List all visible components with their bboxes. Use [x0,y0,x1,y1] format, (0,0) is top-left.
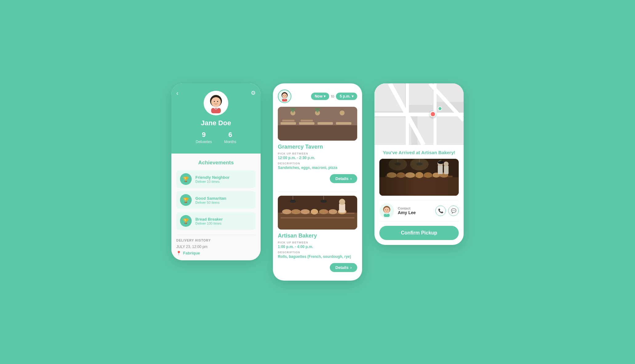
svg-rect-12 [281,122,296,125]
bakery-name: Artisan Bakery [278,233,357,239]
months-stat: 6 Months [224,131,236,144]
deliveries-count: 9 [196,131,212,139]
trophy-icon-3: 🏆 [180,215,192,227]
bakery-img-overlay [379,159,459,196]
svg-rect-44 [417,114,464,145]
profile-bottom: Achievements 🏆 Friendly Neighbor Deliver… [171,154,261,260]
restaurant-list-screen: Now ▾ to 5 p.m. ▾ [273,83,362,281]
delivery-location: 📍 Fabrique [176,251,256,255]
time-selector: Now ▾ to 5 p.m. ▾ [294,93,357,100]
svg-point-9 [285,95,286,96]
svg-rect-46 [406,83,409,145]
svg-point-74 [387,210,388,210]
contact-info: Contact Amy Lee [398,206,432,215]
svg-point-27 [301,209,310,214]
svg-rect-17 [301,120,313,122]
svg-point-37 [321,200,327,203]
time-now-pill[interactable]: Now ▾ [311,93,329,100]
stats-row: 9 Deliveries 6 Months [178,131,254,144]
achievement-desc-3: Deliver 100 times [195,222,223,225]
svg-rect-11 [278,125,357,141]
user-avatar-small [278,90,291,103]
location-pin-icon: 📍 [176,251,181,255]
svg-rect-45 [374,113,464,116]
achievement-desc-2: Deliver 50 items [195,201,226,204]
svg-point-1 [211,97,221,107]
delivery-history: DELIVERY HISTORY JULY 23, 12:00 pm 📍 Fab… [176,235,256,255]
svg-rect-22 [278,213,357,230]
gramercy-name: Gramercy Tavern [278,144,357,150]
svg-point-29 [319,209,328,214]
svg-point-26 [291,209,301,214]
settings-button[interactable]: ⚙ [251,90,256,96]
svg-rect-15 [336,122,351,125]
delivery-date: JULY 23, 12:00 pm [176,245,256,249]
achievements-title: Achievements [176,160,256,166]
confirm-pickup-button[interactable]: Confirm Pickup [379,226,459,240]
bakery-details-btn-container: Details › [273,263,362,276]
gramercy-description: Sandwiches, eggs, macroni, pizza [278,166,357,170]
svg-point-73 [385,210,386,210]
svg-point-8 [283,95,284,96]
svg-rect-14 [318,122,333,125]
current-location-pin [438,106,442,111]
achievement-friendly-neighbor: 🏆 Friendly Neighbor Deliver 10 times [176,170,256,188]
deliveries-label: Deliveries [196,140,212,144]
time-end-pill[interactable]: 5 p.m. ▾ [336,93,357,100]
svg-point-33 [339,199,345,205]
user-name: Jane Doe [178,119,254,127]
svg-rect-13 [299,122,314,125]
profile-header: ‹ ⚙ [171,83,261,154]
achievement-desc-1: Deliver 10 times [195,180,230,183]
gramercy-details-button[interactable]: Details › [330,174,357,183]
chevron-right-icon-2: › [350,265,352,270]
gramercy-details-btn-container: Details › [273,174,362,187]
contact-avatar [379,203,394,218]
months-count: 6 [224,131,236,139]
svg-point-6 [282,93,287,98]
gramercy-pickup-label: PICK UP BETWEEN [278,152,357,155]
svg-point-28 [311,209,318,214]
avatar [204,91,228,115]
achievement-name-3: Bread Breaker [195,217,223,222]
bakery-info: Artisan Bakery PICK UP BETWEEN 1:00 p.m.… [273,230,362,263]
gramercy-desc-label: DESCRIPTION [278,162,357,165]
svg-rect-24 [281,217,354,218]
svg-point-35 [290,200,296,203]
message-button[interactable]: 💬 [448,206,459,216]
achievement-bread-breaker: 🏆 Bread Breaker Deliver 100 times [176,212,256,230]
profile-screen: ‹ ⚙ [171,83,261,260]
arrival-bottom-card: You've Arrived at Artisan Bakery! [374,145,464,245]
bakery-desc-label: DESCRIPTION [278,251,357,254]
svg-rect-41 [408,83,433,105]
trophy-icon-1: 🏆 [180,173,192,185]
arrived-title: You've Arrived at Artisan Bakery! [379,150,459,155]
delivery-history-label: DELIVERY HISTORY [176,239,256,242]
svg-point-20 [340,110,345,115]
achievement-name-1: Friendly Neighbor [195,175,230,180]
message-icon: 💬 [451,208,456,213]
svg-point-25 [282,209,291,214]
phone-button[interactable]: 📞 [435,206,446,216]
contact-name: Amy Lee [398,210,432,215]
svg-point-30 [329,209,337,214]
achievement-name-2: Good Samaritan [195,196,226,201]
bakery-details-button[interactable]: Details › [330,263,357,272]
top-bar: Now ▾ to 5 p.m. ▾ [273,83,362,107]
screens-container: ‹ ⚙ [171,83,464,281]
svg-point-4 [217,101,218,102]
phone-icon: 📞 [438,208,443,213]
contact-row: Contact Amy Lee 📞 💬 [379,200,459,222]
contact-label: Contact [398,206,432,210]
gramercy-info: Gramercy Tavern PICK UP BETWEEN 12:00 p.… [273,141,362,174]
artisan-bakery-card: Artisan Bakery PICK UP BETWEEN 1:00 p.m.… [273,196,362,276]
svg-point-71 [384,207,390,213]
chevron-right-icon: › [350,176,352,181]
gramercy-pickup-time: 12:00 p.m. - 2:30 p.m. [278,156,357,160]
months-label: Months [224,140,236,144]
destination-pin [430,111,436,117]
deliveries-stat: 9 Deliveries [196,131,212,144]
trophy-icon-2: 🏆 [180,194,192,206]
bakery-photo [379,159,459,196]
back-button[interactable]: ‹ [176,90,178,97]
